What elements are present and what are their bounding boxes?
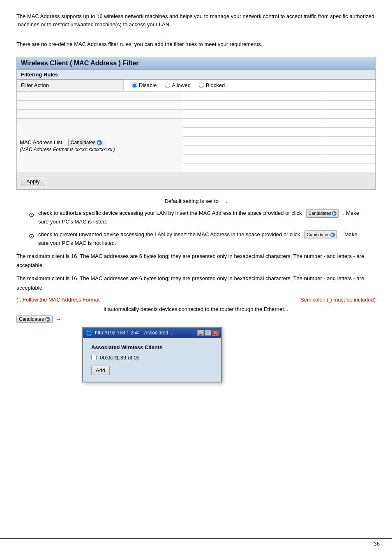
mac-right-5[interactable] — [324, 127, 375, 136]
mac-filter-section: Wireless Client ( MAC Address ) Filter F… — [16, 57, 376, 190]
mac-extra-9[interactable] — [324, 164, 375, 173]
blocked-radio[interactable] — [199, 83, 204, 88]
blocked-radio-label[interactable]: Blocked — [199, 82, 225, 88]
restore-button[interactable]: □ — [205, 330, 211, 336]
max-client-text-2: The maximum client is 16. The MAC addres… — [16, 274, 376, 292]
allowed-label: Allowed — [172, 82, 191, 88]
candidates-label-1: Candidates — [71, 140, 96, 145]
mac-input-1[interactable] — [183, 92, 323, 100]
mac-mid-6[interactable] — [183, 136, 324, 145]
mac-right-7[interactable] — [324, 145, 375, 154]
mac-mid-8[interactable] — [183, 154, 324, 164]
apply-button[interactable]: Apply — [21, 177, 45, 186]
mac-mid-4[interactable] — [183, 118, 324, 127]
disable-label: Disable — [139, 82, 157, 88]
popup-window: 🌐 http://192.168.1.254 – Associated ... … — [82, 327, 222, 382]
table-row — [17, 91, 375, 100]
format-right-text: Semicolon ( ) must be included) — [300, 297, 376, 303]
mac-checkbox-label: 00:0c:f1:39:df:05 — [100, 355, 140, 361]
popup-title-text: http://192.168.1.254 – Associated ... — [95, 330, 173, 336]
popup-add-button[interactable]: Add — [91, 366, 110, 375]
mac-input-3[interactable] — [183, 110, 323, 118]
mac-right-6[interactable] — [324, 136, 375, 145]
mac-extra-7[interactable] — [324, 146, 375, 154]
filtering-rules-header: Filtering Rules — [17, 70, 375, 80]
table-row: MAC Address List Candidates ▶ (MAC Addre… — [17, 118, 375, 127]
bullet-text-1: check to authorize specific device acces… — [38, 209, 363, 226]
candidates-button-inline-2[interactable]: Candidates ▶ — [304, 230, 337, 240]
mac-right-3[interactable] — [324, 109, 375, 118]
bullet-dot-2: ⊙ — [29, 231, 34, 248]
candidates-button-1[interactable]: Candidates ▶ — [68, 139, 104, 146]
page-number: 36 — [374, 541, 380, 547]
mac-right-4[interactable] — [324, 118, 375, 127]
candidates-button-inline-1[interactable]: Candidates ▶ — [306, 209, 339, 218]
mac-input-9[interactable] — [183, 164, 323, 173]
candidates-label-inline-2: Candidates — [307, 231, 330, 239]
allowed-radio[interactable] — [165, 83, 170, 88]
candidates-arrow-inline-2: ▶ — [330, 233, 335, 237]
mac-address-list-label: MAC Address List — [20, 139, 62, 145]
mac-right-8[interactable] — [324, 154, 375, 164]
intro-paragraph-1: The MAC Address supports up to 16 wirele… — [16, 12, 376, 28]
auto-detect-text: it automatically detects devices connect… — [16, 306, 376, 312]
table-row — [17, 109, 375, 118]
mac-input-2[interactable] — [183, 101, 323, 109]
disable-radio[interactable] — [132, 83, 137, 88]
mac-extra-5[interactable] — [324, 128, 375, 136]
mac-mid-1[interactable] — [183, 91, 324, 100]
mac-left-2 — [17, 100, 183, 109]
mac-left-1 — [17, 91, 183, 100]
candidates-label-inline-1: Candidates — [308, 210, 331, 217]
disable-radio-label[interactable]: Disable — [132, 82, 157, 88]
mac-label-cell: MAC Address List Candidates ▶ (MAC Addre… — [17, 118, 183, 173]
browser-icon: 🌐 — [85, 329, 92, 336]
default-setting-label: Default setting is set to — [164, 198, 219, 204]
mac-input-6[interactable] — [183, 137, 323, 145]
mac-input-8[interactable] — [183, 155, 323, 164]
intro-paragraph-2: There are no pre-define MAC Address filt… — [16, 40, 376, 48]
candidates-arrow-icon-1: ▶ — [97, 140, 102, 145]
minimize-button[interactable]: _ — [197, 330, 204, 336]
apply-row: Apply — [17, 173, 375, 189]
popup-titlebar: 🌐 http://192.168.1.254 – Associated ... … — [83, 328, 221, 338]
mac-right-9[interactable] — [324, 164, 375, 173]
candidates-button-main[interactable]: Candidates ▶ — [16, 315, 53, 323]
mac-input-4[interactable] — [183, 119, 323, 127]
mac-input-7[interactable] — [183, 146, 323, 154]
candidates-arrow-inline-1: ▶ — [332, 211, 337, 216]
mac-extra-2[interactable] — [324, 101, 375, 109]
mac-extra-3[interactable] — [324, 110, 375, 118]
format-note: (MAC Address Format is 'xx:xx:xx:xx:xx:x… — [20, 147, 115, 152]
mac-extra-1[interactable] — [324, 92, 375, 100]
close-button[interactable]: ✕ — [212, 330, 219, 336]
format-left-text: ( : Follow the MAC Address Format — [16, 297, 99, 303]
popup-titlebar-left: 🌐 http://192.168.1.254 – Associated ... — [85, 329, 173, 336]
mac-mid-3[interactable] — [183, 109, 324, 118]
allowed-radio-label[interactable]: Allowed — [165, 82, 191, 88]
popup-controls: _ □ ✕ — [197, 330, 219, 336]
candidates-link-row: Candidates ▶ → — [16, 315, 376, 323]
table-row — [17, 100, 375, 109]
bottom-line — [0, 538, 392, 539]
mac-input-5[interactable] — [183, 128, 323, 136]
mac-mid-9[interactable] — [183, 164, 324, 173]
mac-extra-8[interactable] — [324, 155, 375, 164]
popup-checkbox-row: 00:0c:f1:39:df:05 — [91, 355, 213, 361]
mac-extra-6[interactable] — [324, 137, 375, 145]
mac-mid-5[interactable] — [183, 127, 324, 136]
filter-action-row: Filter Action Disable Allowed Blocked — [17, 80, 375, 91]
bullet-text-2: check to prevent unwanted device accessi… — [38, 230, 363, 248]
bullet-section-2: ⊙ check to prevent unwanted device acces… — [29, 230, 363, 248]
mac-mid-2[interactable] — [183, 100, 324, 109]
mac-extra-4[interactable] — [324, 119, 375, 127]
filter-action-label: Filter Action — [17, 80, 124, 91]
mac-right-2[interactable] — [324, 100, 375, 109]
mac-right-1[interactable] — [324, 91, 375, 100]
mac-mid-7[interactable] — [183, 145, 324, 154]
popup-content: Associated Wireless Clients 00:0c:f1:39:… — [83, 338, 221, 382]
filter-action-options: Disable Allowed Blocked — [124, 80, 233, 91]
mac-checkbox[interactable] — [91, 355, 97, 360]
candidates-arrow-main: ▶ — [45, 317, 50, 322]
mac-address-table: MAC Address List Candidates ▶ (MAC Addre… — [17, 91, 375, 173]
